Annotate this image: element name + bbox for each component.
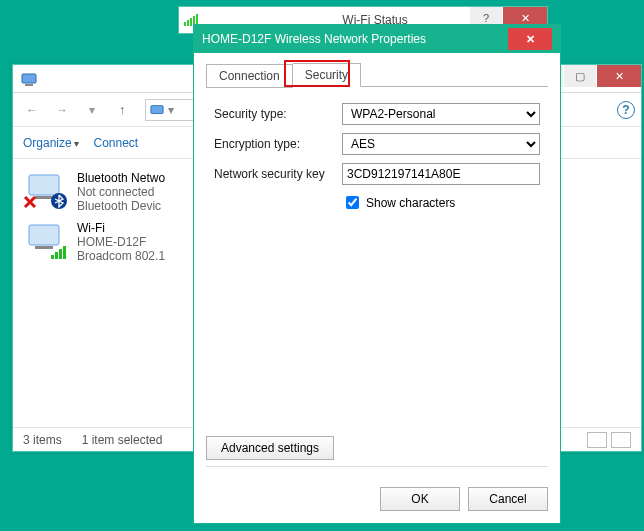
network-key-label: Network security key [214, 167, 334, 181]
up-button[interactable]: ↑ [109, 98, 135, 122]
properties-title: HOME-D12F Wireless Network Properties [202, 32, 426, 46]
network-icon [150, 103, 164, 117]
encryption-type-label: Encryption type: [214, 137, 334, 151]
signal-bars-icon [51, 245, 69, 259]
svg-rect-16 [63, 246, 66, 259]
recent-dropdown[interactable]: ▾ [79, 98, 105, 122]
svg-rect-7 [151, 105, 163, 113]
list-item[interactable]: Wi-Fi HOME-D12F Broadcom 802.1 [23, 217, 203, 267]
svg-rect-1 [187, 20, 189, 26]
security-type-select[interactable]: WPA2-Personal [342, 103, 540, 125]
item-status: Not connected [77, 185, 165, 199]
security-type-label: Security type: [214, 107, 334, 121]
dialog-button-row: OK Cancel [206, 479, 548, 515]
network-folder-icon [21, 71, 37, 87]
item-device: Bluetooth Devic [77, 199, 165, 213]
svg-rect-13 [51, 255, 54, 259]
explorer-close-button[interactable]: ✕ [597, 65, 641, 87]
organize-menu[interactable]: Organize [23, 136, 79, 150]
properties-tabs: Connection Security [206, 63, 548, 87]
view-tiles-button[interactable] [611, 432, 631, 448]
svg-rect-14 [55, 252, 58, 259]
svg-rect-8 [29, 175, 59, 195]
selection-count: 1 item selected [82, 433, 163, 447]
help-button[interactable]: ? [617, 101, 635, 119]
svg-rect-15 [59, 249, 62, 259]
list-item[interactable]: Bluetooth Netwo Not connected Bluetooth … [23, 167, 203, 217]
tab-connection[interactable]: Connection [206, 64, 293, 88]
svg-rect-0 [184, 22, 186, 26]
svg-rect-5 [22, 74, 36, 83]
show-characters-checkbox[interactable] [346, 196, 359, 209]
encryption-type-select[interactable]: AES [342, 133, 540, 155]
svg-rect-6 [25, 84, 33, 86]
forward-button: → [49, 98, 75, 122]
network-properties-dialog: HOME-D12F Wireless Network Properties ✕ … [193, 24, 561, 524]
connect-button[interactable]: Connect [93, 136, 138, 150]
view-details-button[interactable] [587, 432, 607, 448]
svg-rect-2 [190, 18, 192, 26]
network-key-input[interactable] [342, 163, 540, 185]
properties-close-button[interactable]: ✕ [508, 28, 552, 50]
bluetooth-adapter-icon [25, 171, 69, 207]
bluetooth-icon [51, 193, 67, 209]
item-name: Wi-Fi [77, 221, 165, 235]
address-dropdown-icon[interactable]: ▾ [168, 103, 174, 117]
wifi-adapter-icon [25, 221, 69, 257]
back-button[interactable]: ← [19, 98, 45, 122]
cancel-button[interactable]: Cancel [468, 487, 548, 511]
svg-rect-11 [29, 225, 59, 245]
item-device: Broadcom 802.1 [77, 249, 165, 263]
x-mark-icon [23, 195, 37, 209]
tab-security[interactable]: Security [293, 63, 361, 87]
show-characters-label: Show characters [366, 196, 455, 210]
ok-button[interactable]: OK [380, 487, 460, 511]
item-status: HOME-D12F [77, 235, 165, 249]
item-name: Bluetooth Netwo [77, 171, 165, 185]
properties-titlebar[interactable]: HOME-D12F Wireless Network Properties ✕ [194, 25, 560, 53]
advanced-settings-button[interactable]: Advanced settings [206, 436, 334, 460]
explorer-maximize-button[interactable]: ▢ [564, 65, 596, 87]
item-count: 3 items [23, 433, 62, 447]
security-form: Security type: WPA2-Personal Encryption … [206, 87, 548, 436]
